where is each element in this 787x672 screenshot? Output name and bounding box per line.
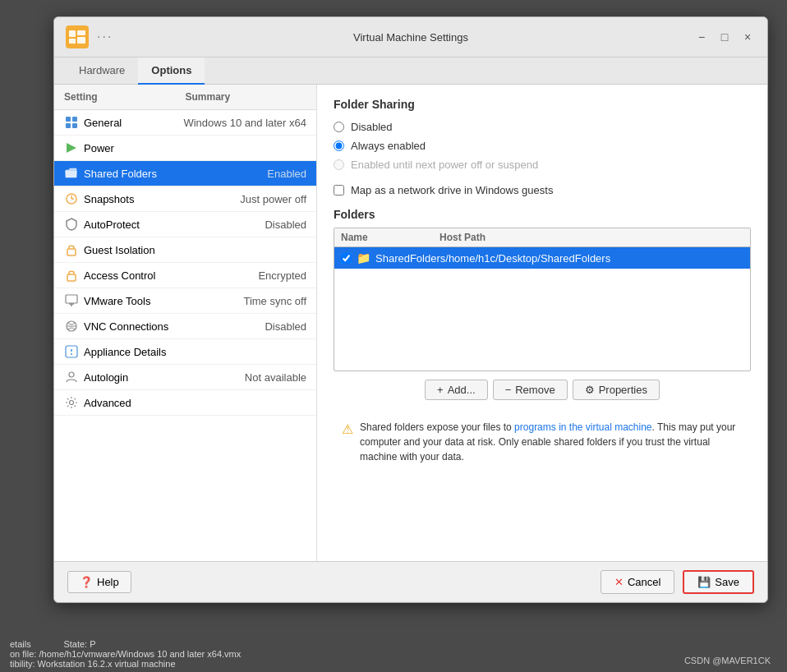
- folder-row-name: SharedFolders: [375, 252, 445, 265]
- shared-folders-icon: [64, 166, 79, 181]
- tab-hardware[interactable]: Hardware: [66, 58, 138, 85]
- map-drive-item[interactable]: Map as a network drive in Windows guests: [334, 184, 751, 196]
- autoprotect-icon: [64, 217, 79, 232]
- svg-rect-8: [72, 123, 77, 128]
- remove-button[interactable]: − Remove: [493, 380, 568, 400]
- status-line3: tibility: Workstation 16.2.x virtual mac…: [10, 659, 777, 669]
- settings-sidebar: Setting Summary General Windows 10 and l…: [54, 85, 317, 561]
- status-line2: on file: /home/h1c/vmware/Windows 10 and…: [10, 649, 777, 659]
- tabs-bar: Hardware Options: [54, 58, 767, 85]
- guest-isolation-label: Guest Isolation: [84, 244, 306, 256]
- svg-rect-1: [69, 30, 76, 37]
- advanced-icon: [64, 395, 79, 410]
- map-drive-checkbox[interactable]: [334, 185, 344, 196]
- warning-text: Shared folders expose your files to prog…: [360, 420, 743, 464]
- svg-rect-0: [66, 25, 89, 48]
- autoprotect-label: AutoProtect: [84, 219, 265, 231]
- sidebar-item-power[interactable]: Power: [54, 136, 316, 161]
- autoprotect-summary: Disabled: [265, 219, 306, 231]
- vnc-connections-icon: [64, 319, 79, 334]
- sidebar-item-autologin[interactable]: Autologin Not available: [54, 365, 316, 390]
- cancel-button[interactable]: ✕ Cancel: [601, 570, 674, 594]
- access-control-label: Access Control: [84, 269, 258, 282]
- svg-rect-2: [69, 39, 76, 44]
- close-button[interactable]: ×: [739, 29, 756, 45]
- content-area: Setting Summary General Windows 10 and l…: [54, 85, 767, 561]
- svg-rect-14: [67, 274, 76, 281]
- svg-point-22: [71, 353, 72, 355]
- svg-rect-3: [77, 30, 85, 35]
- svg-rect-5: [66, 117, 71, 122]
- sidebar-item-guest-isolation[interactable]: Guest Isolation: [54, 237, 316, 263]
- sidebar-header: Setting Summary: [54, 85, 316, 110]
- sidebar-col-summary: Summary: [186, 91, 307, 103]
- radio-enabled-until[interactable]: Enabled until next power off or suspend: [334, 159, 751, 171]
- vmware-tools-icon: [64, 293, 79, 308]
- sidebar-item-vnc-connections[interactable]: VNC Connections Disabled: [54, 314, 316, 339]
- power-label: Power: [84, 142, 306, 154]
- folder-row-icon: 📁: [357, 251, 370, 265]
- snapshots-icon: [64, 191, 79, 206]
- sidebar-item-appliance-details[interactable]: Appliance Details: [54, 339, 316, 365]
- folders-table: Name Host Path 📁 SharedFolders /home/h1c…: [334, 228, 751, 371]
- col-name: Name: [341, 232, 440, 243]
- help-icon: ❓: [80, 576, 93, 588]
- svg-marker-9: [67, 143, 76, 153]
- appliance-details-label: Appliance Details: [84, 346, 306, 358]
- maximize-button[interactable]: □: [716, 29, 733, 45]
- svg-rect-13: [67, 249, 76, 255]
- add-button[interactable]: + Add...: [425, 380, 488, 400]
- sidebar-item-access-control[interactable]: Access Control Encrypted: [54, 263, 316, 288]
- col-host-path: Host Path: [440, 232, 743, 243]
- status-bar: etails State: P on file: /home/h1c/vmwar…: [0, 636, 787, 672]
- advanced-label: Advanced: [84, 397, 306, 409]
- sidebar-item-vmware-tools[interactable]: VMware Tools Time sync off: [54, 288, 316, 314]
- radio-enabled-until-input[interactable]: [334, 159, 344, 170]
- etails-label: etails: [10, 639, 31, 649]
- help-label: Help: [97, 576, 119, 588]
- warning-box: ⚠ Shared folders expose your files to pr…: [334, 412, 751, 472]
- access-control-icon: [64, 268, 79, 283]
- sidebar-item-autoprotect[interactable]: AutoProtect Disabled: [54, 212, 316, 237]
- properties-button[interactable]: ⚙ Properties: [573, 380, 660, 400]
- tab-options[interactable]: Options: [138, 58, 205, 85]
- save-label: Save: [715, 576, 739, 588]
- remove-label: Remove: [515, 384, 555, 396]
- status-line1: etails State: P: [10, 639, 777, 649]
- folder-sharing-options: Disabled Always enabled Enabled until ne…: [334, 121, 751, 171]
- sidebar-item-snapshots[interactable]: Snapshots Just power off: [54, 186, 316, 212]
- radio-always-enabled-input[interactable]: [334, 140, 344, 151]
- programs-link[interactable]: programs in the virtual machine: [514, 421, 651, 433]
- appliance-details-icon: [64, 344, 79, 359]
- folders-section: Folders Name Host Path 📁 SharedFolders /…: [334, 208, 751, 400]
- save-button[interactable]: 💾 Save: [683, 570, 754, 594]
- table-row[interactable]: 📁 SharedFolders /home/h1c/Desktop/Shared…: [334, 247, 750, 269]
- window-controls: − □ ×: [693, 29, 756, 45]
- svg-rect-7: [66, 123, 71, 128]
- map-drive-label: Map as a network drive in Windows guests: [351, 184, 553, 196]
- general-icon: [64, 115, 79, 130]
- autologin-icon: [64, 370, 79, 384]
- sidebar-item-general[interactable]: General Windows 10 and later x64: [54, 110, 316, 136]
- sidebar-item-advanced[interactable]: Advanced: [54, 390, 316, 416]
- title-bar-left: ···: [66, 25, 113, 48]
- autologin-label: Autologin: [84, 371, 245, 384]
- radio-disabled-input[interactable]: [334, 122, 344, 132]
- menu-dots[interactable]: ···: [97, 30, 113, 44]
- radio-disabled[interactable]: Disabled: [334, 121, 751, 133]
- vmware-tools-summary: Time sync off: [243, 295, 306, 307]
- radio-always-enabled[interactable]: Always enabled: [334, 140, 751, 152]
- vnc-connections-summary: Disabled: [265, 320, 306, 333]
- add-label: Add...: [448, 384, 476, 396]
- add-icon: +: [437, 384, 444, 396]
- snapshots-label: Snapshots: [84, 193, 240, 205]
- radio-disabled-label: Disabled: [351, 121, 393, 133]
- minimize-button[interactable]: −: [693, 29, 710, 45]
- help-button[interactable]: ❓ Help: [67, 571, 131, 593]
- svg-rect-6: [72, 117, 77, 122]
- radio-enabled-until-label: Enabled until next power off or suspend: [351, 159, 538, 171]
- sidebar-item-shared-folders[interactable]: Shared Folders Enabled: [54, 161, 316, 186]
- svg-rect-4: [77, 37, 85, 44]
- folder-row-checkbox[interactable]: [341, 253, 352, 264]
- properties-icon: ⚙: [585, 384, 595, 396]
